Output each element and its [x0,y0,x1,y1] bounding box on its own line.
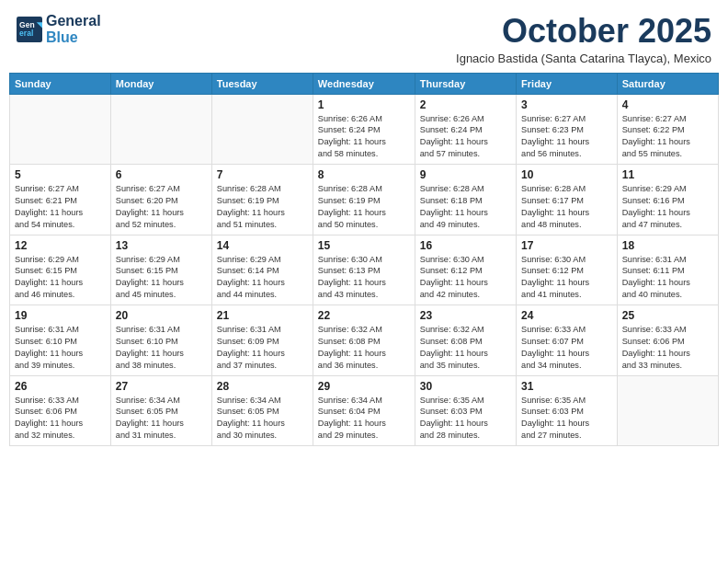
calendar-table: SundayMondayTuesdayWednesdayThursdayFrid… [9,73,719,447]
page-header: Gen eral General Blue October 2025 Ignac… [9,9,719,69]
title-block: October 2025 Ignacio Bastida (Santa Cata… [456,13,711,65]
day-number: 10 [521,168,612,181]
logo-icon: Gen eral [17,17,42,42]
day-number: 5 [15,168,106,181]
weekday-header-tuesday: Tuesday [211,73,313,94]
calendar-cell [10,94,111,165]
calendar-week-row: 1Sunrise: 6:26 AM Sunset: 6:24 PM Daylig… [10,94,719,165]
day-number: 24 [521,309,612,322]
day-number: 16 [420,239,511,252]
day-number: 11 [622,168,713,181]
location-subtitle: Ignacio Bastida (Santa Catarina Tlayca),… [456,52,711,65]
calendar-week-row: 12Sunrise: 6:29 AM Sunset: 6:15 PM Dayli… [10,235,719,305]
day-number: 13 [116,239,207,252]
calendar-cell: 9Sunrise: 6:28 AM Sunset: 6:18 PM Daylig… [415,165,516,236]
calendar-cell: 26Sunrise: 6:33 AM Sunset: 6:06 PM Dayli… [10,375,111,446]
day-number: 29 [318,380,410,393]
day-info: Sunrise: 6:32 AM Sunset: 6:08 PM Dayligh… [318,324,410,372]
calendar-cell: 18Sunrise: 6:31 AM Sunset: 6:11 PM Dayli… [617,235,718,305]
day-info: Sunrise: 6:31 AM Sunset: 6:11 PM Dayligh… [622,254,713,302]
calendar-cell [617,375,718,446]
calendar-cell: 13Sunrise: 6:29 AM Sunset: 6:15 PM Dayli… [110,235,211,305]
day-number: 8 [318,168,410,181]
day-info: Sunrise: 6:28 AM Sunset: 6:19 PM Dayligh… [217,183,308,231]
calendar-cell: 30Sunrise: 6:35 AM Sunset: 6:03 PM Dayli… [415,375,516,446]
day-number: 3 [521,98,612,111]
svg-text:Gen: Gen [19,19,35,29]
day-number: 2 [420,98,511,111]
calendar-cell: 17Sunrise: 6:30 AM Sunset: 6:12 PM Dayli… [517,235,618,305]
calendar-cell: 4Sunrise: 6:27 AM Sunset: 6:22 PM Daylig… [617,94,718,165]
day-info: Sunrise: 6:27 AM Sunset: 6:21 PM Dayligh… [15,183,106,231]
day-info: Sunrise: 6:29 AM Sunset: 6:15 PM Dayligh… [116,254,207,302]
day-number: 19 [15,309,106,322]
calendar-cell: 12Sunrise: 6:29 AM Sunset: 6:15 PM Dayli… [10,235,111,305]
weekday-header-saturday: Saturday [617,73,718,94]
day-number: 18 [622,239,713,252]
day-info: Sunrise: 6:29 AM Sunset: 6:14 PM Dayligh… [217,254,308,302]
day-info: Sunrise: 6:28 AM Sunset: 6:18 PM Dayligh… [420,183,511,231]
day-number: 28 [217,380,308,393]
day-number: 4 [622,98,713,111]
calendar-cell: 10Sunrise: 6:28 AM Sunset: 6:17 PM Dayli… [517,165,618,236]
day-number: 30 [420,380,511,393]
calendar-cell: 14Sunrise: 6:29 AM Sunset: 6:14 PM Dayli… [211,235,313,305]
calendar-cell: 29Sunrise: 6:34 AM Sunset: 6:04 PM Dayli… [313,375,415,446]
day-number: 6 [116,168,207,181]
logo-line2: Blue [46,29,101,46]
calendar-cell: 21Sunrise: 6:31 AM Sunset: 6:09 PM Dayli… [211,305,313,376]
calendar-cell: 7Sunrise: 6:28 AM Sunset: 6:19 PM Daylig… [211,165,313,236]
day-info: Sunrise: 6:35 AM Sunset: 6:03 PM Dayligh… [420,395,511,442]
day-info: Sunrise: 6:32 AM Sunset: 6:08 PM Dayligh… [420,324,511,372]
day-number: 31 [521,380,612,393]
day-number: 21 [217,309,308,322]
day-number: 12 [15,239,106,252]
calendar-cell: 20Sunrise: 6:31 AM Sunset: 6:10 PM Dayli… [110,305,211,376]
day-info: Sunrise: 6:26 AM Sunset: 6:24 PM Dayligh… [318,113,410,161]
weekday-header-sunday: Sunday [10,73,111,94]
calendar-cell: 25Sunrise: 6:33 AM Sunset: 6:06 PM Dayli… [617,305,718,376]
day-info: Sunrise: 6:29 AM Sunset: 6:16 PM Dayligh… [622,183,713,231]
calendar-cell [211,94,313,165]
calendar-cell: 27Sunrise: 6:34 AM Sunset: 6:05 PM Dayli… [110,375,211,446]
calendar-cell: 31Sunrise: 6:35 AM Sunset: 6:03 PM Dayli… [517,375,618,446]
calendar-cell: 16Sunrise: 6:30 AM Sunset: 6:12 PM Dayli… [415,235,516,305]
day-info: Sunrise: 6:27 AM Sunset: 6:23 PM Dayligh… [521,113,612,161]
day-info: Sunrise: 6:27 AM Sunset: 6:20 PM Dayligh… [116,183,207,231]
calendar-cell: 15Sunrise: 6:30 AM Sunset: 6:13 PM Dayli… [313,235,415,305]
calendar-cell: 1Sunrise: 6:26 AM Sunset: 6:24 PM Daylig… [313,94,415,165]
day-info: Sunrise: 6:33 AM Sunset: 6:06 PM Dayligh… [15,395,106,442]
day-info: Sunrise: 6:31 AM Sunset: 6:09 PM Dayligh… [217,324,308,372]
calendar-week-row: 26Sunrise: 6:33 AM Sunset: 6:06 PM Dayli… [10,375,719,446]
day-info: Sunrise: 6:34 AM Sunset: 6:04 PM Dayligh… [318,395,410,442]
calendar-week-row: 19Sunrise: 6:31 AM Sunset: 6:10 PM Dayli… [10,305,719,376]
day-number: 26 [15,380,106,393]
day-info: Sunrise: 6:31 AM Sunset: 6:10 PM Dayligh… [15,324,106,372]
day-info: Sunrise: 6:29 AM Sunset: 6:15 PM Dayligh… [15,254,106,302]
weekday-header-wednesday: Wednesday [313,73,415,94]
logo: Gen eral General Blue [17,13,101,45]
day-info: Sunrise: 6:33 AM Sunset: 6:07 PM Dayligh… [521,324,612,372]
month-title: October 2025 [456,13,711,50]
calendar-cell [110,94,211,165]
svg-text:eral: eral [19,29,33,38]
calendar-cell: 23Sunrise: 6:32 AM Sunset: 6:08 PM Dayli… [415,305,516,376]
day-info: Sunrise: 6:30 AM Sunset: 6:12 PM Dayligh… [420,254,511,302]
day-info: Sunrise: 6:28 AM Sunset: 6:17 PM Dayligh… [521,183,612,231]
calendar-cell: 19Sunrise: 6:31 AM Sunset: 6:10 PM Dayli… [10,305,111,376]
day-number: 27 [116,380,207,393]
day-info: Sunrise: 6:28 AM Sunset: 6:19 PM Dayligh… [318,183,410,231]
day-info: Sunrise: 6:35 AM Sunset: 6:03 PM Dayligh… [521,395,612,442]
calendar-cell: 8Sunrise: 6:28 AM Sunset: 6:19 PM Daylig… [313,165,415,236]
calendar-cell: 6Sunrise: 6:27 AM Sunset: 6:20 PM Daylig… [110,165,211,236]
day-number: 23 [420,309,511,322]
day-number: 25 [622,309,713,322]
calendar-cell: 24Sunrise: 6:33 AM Sunset: 6:07 PM Dayli… [517,305,618,376]
calendar-header-row: SundayMondayTuesdayWednesdayThursdayFrid… [10,73,719,94]
calendar-week-row: 5Sunrise: 6:27 AM Sunset: 6:21 PM Daylig… [10,165,719,236]
weekday-header-thursday: Thursday [415,73,516,94]
weekday-header-friday: Friday [517,73,618,94]
calendar-cell: 11Sunrise: 6:29 AM Sunset: 6:16 PM Dayli… [617,165,718,236]
calendar-cell: 2Sunrise: 6:26 AM Sunset: 6:24 PM Daylig… [415,94,516,165]
day-number: 9 [420,168,511,181]
